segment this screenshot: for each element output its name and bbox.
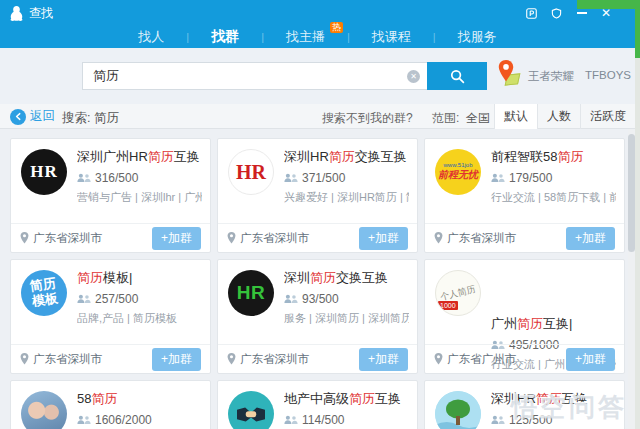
group-tags: 服务 | 深圳简历 | 深圳简历交换 | ... xyxy=(284,311,409,326)
desktop-background xyxy=(577,0,635,9)
scrollbar-track[interactable] xyxy=(628,129,635,429)
group-card: www.51job 前程无忧 前程智联58简历 179/500 行业交流 | 5… xyxy=(424,138,625,253)
group-avatar[interactable] xyxy=(21,391,67,429)
group-location: 广东省深圳市 xyxy=(227,352,309,367)
scope-label: 范围: xyxy=(432,110,459,127)
join-group-button[interactable]: +加群 xyxy=(566,348,615,371)
location-pin-icon xyxy=(434,232,443,244)
group-location: 广东省深圳市 xyxy=(227,231,309,246)
group-tags: 品牌,产品 | 简历模板 xyxy=(77,311,202,326)
tab-find-streamers[interactable]: 找主播热 xyxy=(264,28,347,46)
group-title[interactable]: 前程智联58简历 xyxy=(491,148,616,166)
location-pin-icon xyxy=(434,353,443,365)
member-count: 125/500 xyxy=(491,413,616,427)
group-tags: 兴趣爱好 | 深圳HR简历 | 简历交换 ... xyxy=(284,190,409,205)
scrollbar-thumb[interactable] xyxy=(628,134,635,252)
members-icon xyxy=(77,294,91,304)
card-footer: 广东省深圳市 +加群 xyxy=(11,344,210,373)
members-icon xyxy=(284,173,298,183)
group-avatar[interactable]: 简历模板 xyxy=(21,270,67,316)
join-group-button[interactable]: +加群 xyxy=(359,348,408,371)
join-group-button[interactable]: +加群 xyxy=(152,348,201,371)
main-tabs: 找人 | 找群 | 找主播热 | 找课程 | 找服务 xyxy=(0,26,635,48)
group-avatar[interactable]: HR xyxy=(21,149,67,195)
member-count: 257/500 xyxy=(77,292,202,306)
member-count: 1606/2000 xyxy=(77,413,202,427)
group-card: HR 深圳广州HR简历互换 316/500 营销与广告 | 深圳lhr | 广州… xyxy=(10,138,211,253)
location-pin-icon xyxy=(20,232,29,244)
search-input-wrap: ✕ xyxy=(82,62,427,90)
tab-find-courses[interactable]: 找课程 xyxy=(350,28,433,46)
search-query-label: 搜索: 简历 xyxy=(62,110,119,127)
cant-find-group-link[interactable]: 搜索不到我的群? xyxy=(322,110,413,127)
group-avatar[interactable]: HR xyxy=(228,270,274,316)
back-button[interactable]: 返回 xyxy=(10,108,55,125)
sort-tab-members[interactable]: 人数 xyxy=(537,104,580,129)
members-icon xyxy=(491,415,505,425)
search-input[interactable] xyxy=(83,63,427,89)
search-button[interactable] xyxy=(427,62,487,90)
group-location: 广东省深圳市 xyxy=(20,231,102,246)
title-bar: 查找 ✕ xyxy=(0,0,635,26)
group-card: 地产中高级简历互换 114/500 +加群 xyxy=(217,380,418,429)
member-count: 316/500 xyxy=(77,171,202,185)
hot-word[interactable]: 王者荣耀 xyxy=(528,69,574,84)
nearby-location-icon[interactable] xyxy=(498,60,522,90)
member-count: 179/500 xyxy=(491,171,616,185)
group-avatar[interactable]: www.51job 前程无忧 xyxy=(435,149,481,195)
group-grid: HR 深圳广州HR简历互换 316/500 营销与广告 | 深圳lhr | 广州… xyxy=(10,138,626,429)
group-location: 广东省深圳市 xyxy=(20,352,102,367)
card-footer: 广东省深圳市 +加群 xyxy=(425,223,624,252)
handshake-icon xyxy=(237,406,265,423)
hot-word[interactable]: TFBOYS xyxy=(585,69,631,84)
location-pin-icon xyxy=(20,353,29,365)
security-shield-icon[interactable] xyxy=(551,7,563,19)
card-footer: 广东省深圳市 +加群 xyxy=(11,223,210,252)
group-card: HR 深圳简历交换互换 93/500 服务 | 深圳简历 | 深圳简历交换 | … xyxy=(217,259,418,374)
filter-bar: 返回 搜索: 简历 搜索不到我的群? 范围: 全国 默认 人数 活跃度 xyxy=(0,104,635,129)
group-card: 深圳HR简历互换 125/500 +加群 xyxy=(424,380,625,429)
group-card: HR 深圳HR简历交换互换 371/500 兴趣爱好 | 深圳HR简历 | 简历… xyxy=(217,138,418,253)
members-icon xyxy=(491,173,505,183)
sort-tab-default[interactable]: 默认 xyxy=(494,104,537,129)
member-count: 371/500 xyxy=(284,171,409,185)
join-group-button[interactable]: +加群 xyxy=(566,227,615,250)
members-icon xyxy=(77,173,91,183)
group-avatar[interactable]: HR xyxy=(228,149,274,195)
group-title[interactable]: 58简历 xyxy=(77,390,202,408)
group-card: 简历模板 简历模板| 257/500 品牌,产品 | 简历模板 广东省深圳市 +… xyxy=(10,259,211,374)
search-icon xyxy=(450,69,465,84)
tab-find-services[interactable]: 找服务 xyxy=(436,28,519,46)
join-group-button[interactable]: +加群 xyxy=(359,227,408,250)
group-card: 58简历 1606/2000 +加群 xyxy=(10,380,211,429)
members-icon xyxy=(284,415,298,425)
group-location: 广东省广州市 xyxy=(434,352,516,367)
group-avatar[interactable] xyxy=(435,391,481,429)
tab-find-groups[interactable]: 找群 xyxy=(189,28,261,46)
group-location: 广东省深圳市 xyxy=(434,231,516,246)
tab-find-people[interactable]: 找人 xyxy=(116,28,186,46)
sort-tabs: 默认 人数 活跃度 xyxy=(494,104,635,129)
member-count: 93/500 xyxy=(284,292,409,306)
search-section: ✕ 王者荣耀 TFBOYS 鹿晗 xyxy=(0,48,635,104)
qq-find-window: 查找 ✕ 找人 | 找群 | 找主播热 | 找课程 | 找服务 ✕ xyxy=(0,0,635,429)
group-avatar[interactable]: 个人简历 1000 xyxy=(435,270,481,316)
group-title[interactable]: 广州简历互换| xyxy=(491,315,616,333)
location-pin-icon xyxy=(227,353,236,365)
sort-tab-activity[interactable]: 活跃度 xyxy=(580,104,635,129)
members-icon xyxy=(284,294,298,304)
join-group-button[interactable]: +加群 xyxy=(152,227,201,250)
group-title[interactable]: 地产中高级简历互换 xyxy=(284,390,409,408)
member-count: 114/500 xyxy=(284,413,409,427)
qq-penguin-icon xyxy=(10,6,23,21)
feedback-icon[interactable] xyxy=(526,7,538,19)
group-tags: 营销与广告 | 深圳lhr | 广州hr | 简... xyxy=(77,190,202,205)
group-title[interactable]: 深圳HR简历交换互换 xyxy=(284,148,409,166)
group-title[interactable]: 深圳HR简历互换 xyxy=(491,390,616,408)
group-title[interactable]: 深圳简历交换互换 xyxy=(284,269,409,287)
group-title[interactable]: 简历模板| xyxy=(77,269,202,287)
group-avatar[interactable] xyxy=(228,391,274,429)
tree-earth-icon xyxy=(435,391,481,429)
clear-search-icon[interactable]: ✕ xyxy=(407,70,420,83)
group-title[interactable]: 深圳广州HR简历互换 xyxy=(77,148,202,166)
